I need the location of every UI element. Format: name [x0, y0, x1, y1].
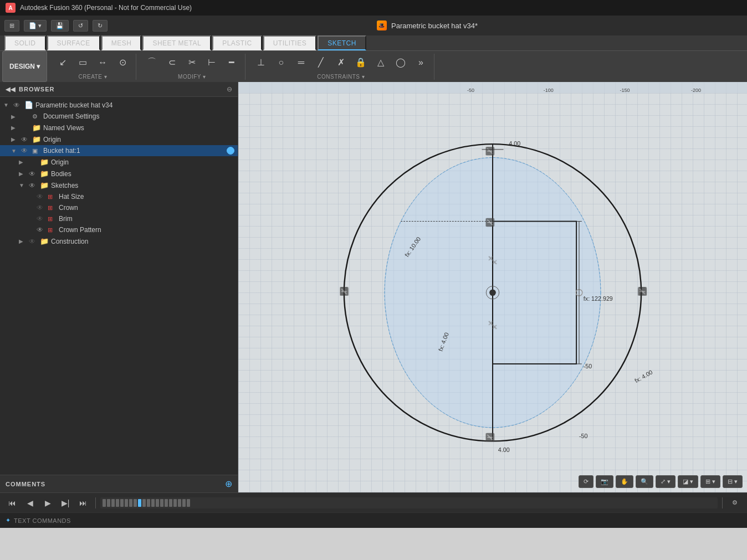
- tree-item-crown-pattern[interactable]: ▶ 👁 ⊞ Crown Pattern: [0, 224, 238, 235]
- timeline-marker[interactable]: [156, 499, 159, 507]
- timeline-first-button[interactable]: ⏮: [4, 495, 20, 511]
- timeline-marker[interactable]: [111, 499, 115, 507]
- save-button[interactable]: 💾: [51, 20, 69, 32]
- expand-icon[interactable]: ▶: [11, 114, 19, 120]
- expand-icon[interactable]: ▼: [19, 182, 27, 188]
- timeline-marker[interactable]: [142, 499, 146, 507]
- visibility-icon[interactable]: 👁: [37, 226, 45, 234]
- break-tool[interactable]: ━: [223, 54, 241, 71]
- tab-surface[interactable]: SURFACE: [47, 35, 100, 50]
- timeline-prev-button[interactable]: ◀: [22, 495, 38, 511]
- tree-item-hat-size[interactable]: ▶ 👁 ⊞ Hat Size: [0, 191, 238, 202]
- angle-tool[interactable]: ╱: [312, 54, 330, 71]
- timeline-marker[interactable]: [169, 499, 172, 507]
- visibility-icon[interactable]: 👁: [29, 182, 38, 189]
- view-options-button[interactable]: ⊟ ▾: [723, 475, 743, 488]
- circle-tool[interactable]: ⊙: [114, 54, 131, 71]
- visibility-icon[interactable]: 👁: [37, 193, 45, 201]
- tree-item-named-views[interactable]: ▶ 👁 📁 Named Views: [0, 122, 238, 133]
- tree-item-sketches[interactable]: ▼ 👁 📁 Sketches: [0, 179, 238, 191]
- timeline-marker[interactable]: [147, 499, 150, 507]
- expand-icon[interactable]: ▶: [11, 136, 19, 142]
- zoom-fit-button[interactable]: ⤢ ▾: [656, 475, 676, 488]
- circle2-tool[interactable]: ○: [272, 54, 290, 71]
- parallel-tool[interactable]: ═: [292, 54, 310, 71]
- timeline-marker[interactable]: [187, 499, 190, 507]
- timeline-last-button[interactable]: ⏭: [75, 495, 91, 511]
- pan-button[interactable]: ✋: [616, 475, 633, 488]
- tab-plastic[interactable]: PLASTIC: [212, 35, 262, 50]
- browser-collapse-icon[interactable]: ◀◀: [6, 86, 16, 93]
- expand-icon[interactable]: ▼: [11, 148, 19, 154]
- grid-button[interactable]: ⊞ ▾: [700, 475, 720, 488]
- timeline-marker-active[interactable]: [138, 499, 141, 507]
- visibility-icon[interactable]: 👁: [21, 147, 30, 155]
- expand-icon[interactable]: ▶: [19, 171, 27, 177]
- timeline-marker[interactable]: [165, 499, 168, 507]
- tree-item-bucket-hat[interactable]: ▼ 👁 ▣ Bucket hat:1: [0, 145, 238, 156]
- file-button[interactable]: 📄 ▾: [24, 20, 47, 32]
- visibility-icon[interactable]: 👁: [13, 101, 22, 109]
- triangle-tool[interactable]: △: [372, 54, 390, 71]
- tree-item-crown[interactable]: ▶ 👁 ⊞ Crown: [0, 202, 238, 213]
- expand-icon[interactable]: ▶: [11, 125, 19, 131]
- undo-button[interactable]: ↺: [73, 20, 88, 32]
- grid-menu-button[interactable]: ⊞: [4, 20, 19, 32]
- timeline-marker[interactable]: [129, 499, 132, 507]
- timeline-marker[interactable]: [120, 499, 124, 507]
- cross-tool[interactable]: ✗: [332, 54, 350, 71]
- visibility-icon[interactable]: 👁: [37, 204, 45, 212]
- tree-item-doc-settings[interactable]: ▶ 👁 ⚙ Document Settings: [0, 111, 238, 122]
- timeline-play-button[interactable]: ▶: [40, 495, 55, 511]
- expand-icon[interactable]: ▼: [3, 102, 11, 108]
- tab-solid[interactable]: SOLID: [4, 35, 46, 50]
- timeline-marker[interactable]: [103, 499, 106, 507]
- timeline-marker[interactable]: [160, 499, 163, 507]
- camera-button[interactable]: 📷: [596, 475, 613, 488]
- tree-item-bodies[interactable]: ▶ 👁 📁 Bodies: [0, 168, 238, 179]
- tree-item-construction[interactable]: ▶ 👁 📁 Construction: [0, 235, 238, 247]
- tab-sketch[interactable]: SKETCH: [318, 35, 366, 50]
- tree-item-bh-origin[interactable]: ▶ 👁 📁 Origin: [0, 156, 238, 168]
- lock-tool[interactable]: 🔒: [352, 54, 370, 71]
- timeline-marker[interactable]: [173, 499, 177, 507]
- design-button[interactable]: DESIGN ▾: [2, 51, 47, 82]
- visibility-icon[interactable]: 👁: [29, 170, 38, 178]
- orbit-button[interactable]: ⟳: [579, 475, 593, 488]
- tree-item-origin[interactable]: ▶ 👁 📁 Origin: [0, 133, 238, 145]
- tab-utilities[interactable]: UTILITIES: [263, 35, 317, 50]
- tree-item-brim[interactable]: ▶ 👁 ⊞ Brim: [0, 213, 238, 224]
- more-tool[interactable]: »: [412, 54, 429, 71]
- timeline-marker[interactable]: [134, 499, 137, 507]
- center-point[interactable]: [489, 289, 496, 296]
- trim-tool[interactable]: ✂: [183, 54, 201, 71]
- add-comment-icon[interactable]: ⊕: [225, 479, 232, 489]
- extend-tool[interactable]: ⊢: [203, 54, 221, 71]
- rect-tool[interactable]: ▭: [74, 54, 91, 71]
- expand-icon[interactable]: ▶: [19, 238, 27, 244]
- timeline-marker[interactable]: [182, 499, 186, 507]
- line-tool[interactable]: ↙: [54, 54, 71, 71]
- timeline-marker[interactable]: [151, 499, 155, 507]
- timeline-marker[interactable]: [125, 499, 128, 507]
- timeline-marker[interactable]: [107, 499, 110, 507]
- tree-item-root[interactable]: ▼ 👁 📄 Parametric bucket hat v34: [0, 99, 238, 111]
- zoom-button[interactable]: 🔍: [636, 475, 653, 488]
- canvas-area[interactable]: -50 -100 -150 -200: [238, 82, 747, 492]
- timeline-marker[interactable]: [178, 499, 181, 507]
- tab-sheet-metal[interactable]: SHEET METAL: [142, 35, 211, 50]
- largecircle-tool[interactable]: ◯: [392, 54, 410, 71]
- timeline-track[interactable]: [100, 497, 718, 508]
- expand-icon[interactable]: ▶: [19, 159, 27, 165]
- timeline-marker[interactable]: [116, 499, 119, 507]
- visibility-icon[interactable]: 👁: [29, 238, 38, 245]
- sketch-canvas[interactable]: 4.00 fx: 10.00 fx: 4.00 fx: 122.929 -50: [238, 82, 747, 492]
- fix-tool[interactable]: ⊥: [252, 54, 270, 71]
- timeline-next-frame-button[interactable]: ▶|: [58, 495, 73, 511]
- browser-close-icon[interactable]: ⊖: [227, 85, 232, 93]
- visibility-icon[interactable]: 👁: [21, 136, 30, 143]
- display-mode-button[interactable]: ◪ ▾: [678, 475, 698, 488]
- redo-button[interactable]: ↻: [93, 20, 108, 32]
- fillet-tool[interactable]: ⌒: [143, 54, 161, 71]
- tab-mesh[interactable]: MESH: [101, 35, 142, 50]
